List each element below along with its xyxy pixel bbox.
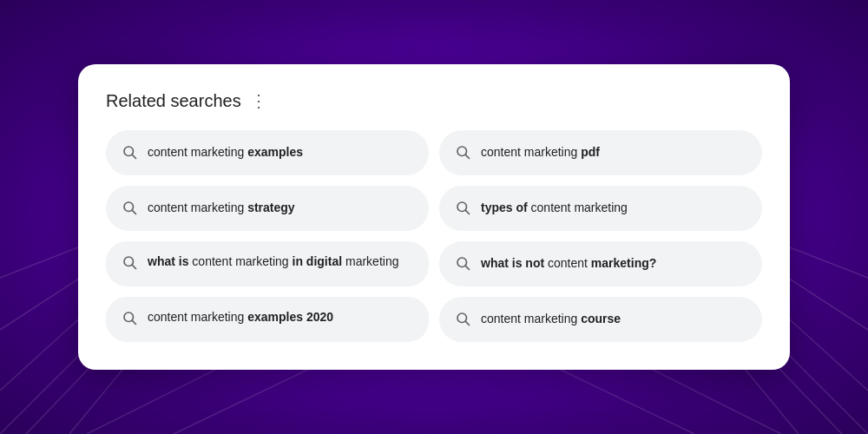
svg-line-21 bbox=[132, 210, 135, 214]
search-icon-7 bbox=[122, 310, 137, 329]
search-item-examples-2020[interactable]: content marketing examples 2020 bbox=[106, 297, 429, 342]
svg-line-17 bbox=[132, 155, 135, 158]
search-grid: content marketing examples content marke… bbox=[106, 130, 762, 342]
search-text-strategy: content marketing strategy bbox=[148, 200, 295, 217]
search-item-what-is-not[interactable]: what is not content marketing? bbox=[439, 241, 762, 286]
svg-line-23 bbox=[465, 210, 469, 214]
search-item-what-is[interactable]: what is content marketing in digital mar… bbox=[106, 241, 429, 286]
search-text-what-is: what is content marketing in digital mar… bbox=[148, 253, 398, 271]
card-header: Related searches ⋮ bbox=[106, 90, 762, 111]
more-options-icon[interactable]: ⋮ bbox=[250, 90, 268, 111]
search-text-pdf: content marketing pdf bbox=[481, 144, 600, 161]
svg-line-31 bbox=[465, 321, 469, 325]
svg-line-19 bbox=[465, 155, 469, 158]
related-searches-card: Related searches ⋮ content marketing exa… bbox=[78, 64, 790, 370]
search-icon-3 bbox=[122, 200, 137, 219]
svg-line-25 bbox=[132, 265, 135, 268]
search-item-course[interactable]: content marketing course bbox=[439, 297, 762, 342]
card-title: Related searches bbox=[106, 91, 241, 111]
search-text-course: content marketing course bbox=[481, 311, 621, 328]
card-wrapper: Related searches ⋮ content marketing exa… bbox=[78, 64, 790, 370]
search-text-examples: content marketing examples bbox=[148, 144, 303, 161]
svg-line-27 bbox=[465, 266, 469, 269]
search-text-examples-2020: content marketing examples 2020 bbox=[148, 309, 333, 326]
search-icon-6 bbox=[455, 255, 470, 274]
search-item-types-of[interactable]: types of content marketing bbox=[439, 186, 762, 231]
search-item-examples[interactable]: content marketing examples bbox=[106, 130, 429, 175]
svg-line-29 bbox=[132, 320, 135, 324]
search-text-what-is-not: what is not content marketing? bbox=[481, 255, 656, 273]
search-icon-8 bbox=[455, 311, 470, 330]
search-icon-2 bbox=[455, 144, 470, 163]
search-item-strategy[interactable]: content marketing strategy bbox=[106, 186, 429, 231]
search-item-pdf[interactable]: content marketing pdf bbox=[439, 130, 762, 175]
search-icon-1 bbox=[122, 144, 137, 163]
search-icon-4 bbox=[455, 200, 470, 219]
search-text-types-of: types of content marketing bbox=[481, 200, 628, 217]
search-icon-5 bbox=[122, 254, 137, 273]
